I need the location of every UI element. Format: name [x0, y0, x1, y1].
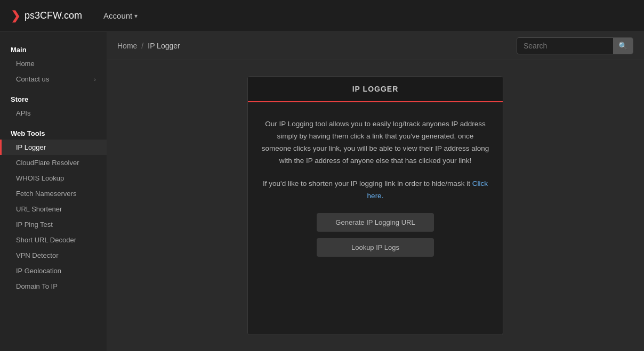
account-menu[interactable]: Account ▾ [103, 11, 138, 20]
card-header: IP LOGGER [248, 77, 503, 102]
lookup-logs-button[interactable]: Lookup IP Logs [317, 238, 434, 257]
sidebar-item-apis[interactable]: APIs [0, 105, 107, 121]
brand-icon: ❯ [11, 9, 20, 23]
card-description-2: If you'd like to shorten your IP logging… [261, 178, 489, 202]
sidebar-section-store: Store [0, 92, 107, 105]
card-description-1: Our IP Logging tool allows you to easily… [261, 118, 489, 167]
sidebar-item-vpn-detector[interactable]: VPN Detector [0, 248, 107, 263]
breadcrumb: Home / IP Logger [117, 42, 180, 50]
sidebar-item-short-url-decoder[interactable]: Short URL Decoder [0, 232, 107, 248]
sidebar-item-ip-geolocation[interactable]: IP Geolocation [0, 263, 107, 279]
brand-name: ps3CFW.com [25, 10, 82, 21]
sidebar-item-whois-lookup[interactable]: WHOIS Lookup [0, 170, 107, 186]
breadcrumb-current: IP Logger [148, 42, 180, 50]
sidebar-item-ip-ping-test[interactable]: IP Ping Test [0, 217, 107, 232]
account-chevron-icon: ▾ [134, 12, 138, 20]
account-label: Account [103, 11, 132, 20]
breadcrumb-separator: / [141, 42, 143, 50]
card-title: IP LOGGER [352, 85, 399, 93]
search-icon: 🔍 [618, 42, 627, 50]
main-layout: Main Home Contact us › Store APIs Web To… [0, 32, 644, 351]
page-content: IP LOGGER Our IP Logging tool allows you… [107, 60, 644, 351]
breadcrumb-bar: Home / IP Logger 🔍 [107, 32, 644, 60]
sidebar-item-fetch-nameservers[interactable]: Fetch Nameservers [0, 186, 107, 201]
sidebar-section-main: Main [0, 43, 107, 56]
search-button[interactable]: 🔍 [613, 38, 633, 54]
sidebar-item-cloudflare-resolver[interactable]: CloudFlare Resolver [0, 155, 107, 170]
navbar: ❯ ps3CFW.com Account ▾ [0, 0, 644, 32]
chevron-right-icon: › [94, 76, 96, 83]
brand-link[interactable]: ❯ ps3CFW.com [11, 9, 82, 23]
sidebar-section-web-tools: Web Tools [0, 126, 107, 140]
search-input[interactable] [517, 38, 613, 53]
search-bar: 🔍 [517, 37, 633, 54]
sidebar-item-home[interactable]: Home [0, 56, 107, 71]
content-area: Home / IP Logger 🔍 IP LOGGER Our IP Logg… [107, 32, 644, 351]
sidebar-item-domain-to-ip[interactable]: Domain To IP [0, 279, 107, 294]
sidebar-item-ip-logger[interactable]: IP Logger [0, 140, 107, 155]
sidebar-item-url-shortener[interactable]: URL Shortener [0, 201, 107, 217]
ip-logger-card: IP LOGGER Our IP Logging tool allows you… [247, 76, 503, 335]
sidebar: Main Home Contact us › Store APIs Web To… [0, 32, 107, 351]
generate-url-button[interactable]: Generate IP Logging URL [317, 213, 434, 232]
sidebar-item-contact-us[interactable]: Contact us › [0, 71, 107, 87]
card-actions: Generate IP Logging URL Lookup IP Logs [261, 213, 489, 257]
card-body: Our IP Logging tool allows you to easily… [248, 102, 503, 273]
breadcrumb-home[interactable]: Home [117, 42, 137, 50]
